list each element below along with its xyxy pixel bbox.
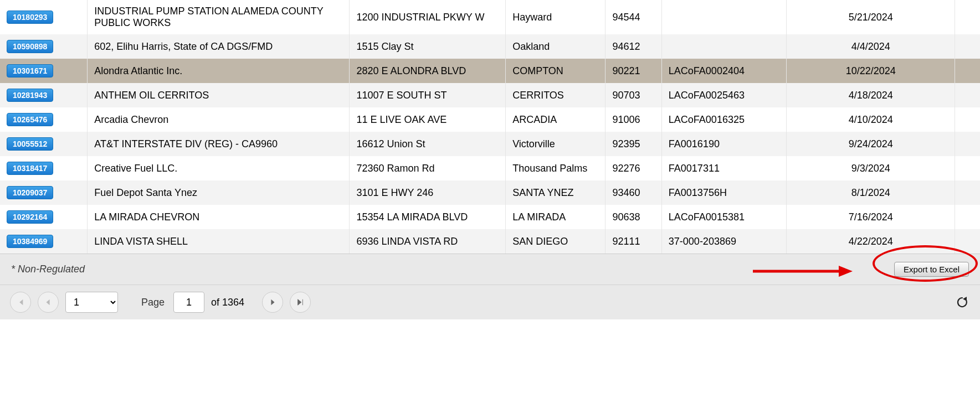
table-row[interactable]: 10384969LINDA VISTA SHELL6936 LINDA VIST… [0, 229, 980, 254]
date: 9/24/2024 [787, 132, 955, 156]
facility-id: FA0017311 [661, 156, 786, 180]
record-id-button[interactable]: 10384969 [7, 235, 53, 248]
refresh-button[interactable] [955, 294, 970, 310]
date: 8/1/2024 [787, 180, 955, 205]
results-table: 10180293INDUSTRIAL PUMP STATION ALAMEDA … [0, 0, 980, 254]
date: 4/10/2024 [787, 107, 955, 132]
refresh-icon [956, 296, 969, 309]
facility-name: Arcadia Chevron [88, 107, 350, 132]
record-id-button[interactable]: 10281943 [7, 89, 53, 102]
city: SAN DIEGO [506, 229, 606, 254]
address: 1515 Clay St [350, 34, 506, 59]
table-row[interactable]: 10055512AT&T INTERSTATE DIV (REG) - CA99… [0, 132, 980, 156]
city: CERRITOS [506, 83, 606, 107]
table-row[interactable]: 10265476Arcadia Chevron11 E LIVE OAK AVE… [0, 107, 980, 132]
record-id-button[interactable]: 10301671 [7, 64, 53, 78]
facility-id: FA0013756H [661, 180, 786, 205]
address: 15354 LA MIRADA BLVD [350, 205, 506, 229]
facility-id: LACoFA0015381 [661, 205, 786, 229]
record-id-button[interactable]: 10292164 [7, 210, 53, 224]
date: 9/3/2024 [787, 156, 955, 180]
page-of-label: of 1364 [211, 297, 244, 308]
facility-id: FA0016190 [661, 132, 786, 156]
non-regulated-note: * Non-Regulated [11, 264, 85, 275]
city: Hayward [506, 0, 606, 34]
table-row[interactable]: 10209037Fuel Depot Santa Ynez3101 E HWY … [0, 180, 980, 205]
address: 3101 E HWY 246 [350, 180, 506, 205]
pager-next-button[interactable] [262, 292, 283, 313]
record-id-button[interactable]: 10265476 [7, 113, 53, 126]
zip: 92395 [606, 132, 661, 156]
table-row[interactable]: 10281943ANTHEM OIL CERRITOS11007 E SOUTH… [0, 83, 980, 107]
zip: 90703 [606, 83, 661, 107]
city: COMPTON [506, 59, 606, 83]
date: 4/18/2024 [787, 83, 955, 107]
date: 4/22/2024 [787, 229, 955, 254]
facility-id [661, 34, 786, 59]
record-id-button[interactable]: 10180293 [7, 11, 53, 24]
table-row[interactable]: 10292164LA MIRADA CHEVRON15354 LA MIRADA… [0, 205, 980, 229]
facility-id: LACoFA0025463 [661, 83, 786, 107]
pager: 1 Page of 1364 [0, 285, 980, 319]
record-id-button[interactable]: 10209037 [7, 186, 53, 199]
table-row[interactable]: 10318417Creative Fuel LLC.72360 Ramon Rd… [0, 156, 980, 180]
city: ARCADIA [506, 107, 606, 132]
facility-name: ANTHEM OIL CERRITOS [88, 83, 350, 107]
zip: 93460 [606, 180, 661, 205]
zip: 92276 [606, 156, 661, 180]
svg-marker-2 [963, 297, 967, 301]
prev-page-icon [44, 298, 52, 306]
city: Thousand Palms [506, 156, 606, 180]
facility-id: 37-000-203869 [661, 229, 786, 254]
facility-id [661, 0, 786, 34]
date: 10/22/2024 [787, 59, 955, 83]
address: 16612 Union St [350, 132, 506, 156]
pager-prev-button[interactable] [38, 292, 59, 313]
zip: 94544 [606, 0, 661, 34]
export-to-excel-button[interactable]: Export to Excel [894, 262, 969, 277]
zip: 92111 [606, 229, 661, 254]
zip: 91006 [606, 107, 661, 132]
city: Oakland [506, 34, 606, 59]
last-page-icon [296, 298, 304, 306]
table-row[interactable]: 10180293INDUSTRIAL PUMP STATION ALAMEDA … [0, 0, 980, 34]
date: 7/16/2024 [787, 205, 955, 229]
record-id-button[interactable]: 10590898 [7, 40, 53, 53]
page-label: Page [141, 297, 165, 308]
pager-first-button[interactable] [10, 292, 31, 313]
pager-last-button[interactable] [290, 292, 311, 313]
city: SANTA YNEZ [506, 180, 606, 205]
address: 11 E LIVE OAK AVE [350, 107, 506, 132]
facility-name: 602, Elihu Harris, State of CA DGS/FMD [88, 34, 350, 59]
page-size-select[interactable]: 1 [65, 292, 118, 313]
record-id-button[interactable]: 10318417 [7, 162, 53, 175]
address: 11007 E SOUTH ST [350, 83, 506, 107]
facility-id: LACoFA0002404 [661, 59, 786, 83]
facility-name: LA MIRADA CHEVRON [88, 205, 350, 229]
page-number-input[interactable] [173, 292, 204, 313]
zip: 94612 [606, 34, 661, 59]
facility-name: Alondra Atlantic Inc. [88, 59, 350, 83]
zip: 90638 [606, 205, 661, 229]
facility-name: LINDA VISTA SHELL [88, 229, 350, 254]
zip: 90221 [606, 59, 661, 83]
city: LA MIRADA [506, 205, 606, 229]
facility-id: LACoFA0016325 [661, 107, 786, 132]
address: 2820 E ALONDRA BLVD [350, 59, 506, 83]
facility-name: Fuel Depot Santa Ynez [88, 180, 350, 205]
first-page-icon [17, 298, 24, 306]
date: 5/21/2024 [787, 0, 955, 34]
facility-name: AT&T INTERSTATE DIV (REG) - CA9960 [88, 132, 350, 156]
table-footer: * Non-Regulated Export to Excel [0, 254, 980, 285]
svg-marker-1 [839, 266, 853, 277]
date: 4/4/2024 [787, 34, 955, 59]
table-row[interactable]: 10301671Alondra Atlantic Inc.2820 E ALON… [0, 59, 980, 83]
annotation-arrow [753, 263, 853, 280]
address: 6936 LINDA VISTA RD [350, 229, 506, 254]
next-page-icon [269, 298, 276, 306]
facility-name: INDUSTRIAL PUMP STATION ALAMEDA COUNTY P… [88, 0, 350, 34]
address: 1200 INDUSTRIAL PKWY W [350, 0, 506, 34]
record-id-button[interactable]: 10055512 [7, 137, 53, 151]
table-row[interactable]: 10590898602, Elihu Harris, State of CA D… [0, 34, 980, 59]
city: Victorville [506, 132, 606, 156]
